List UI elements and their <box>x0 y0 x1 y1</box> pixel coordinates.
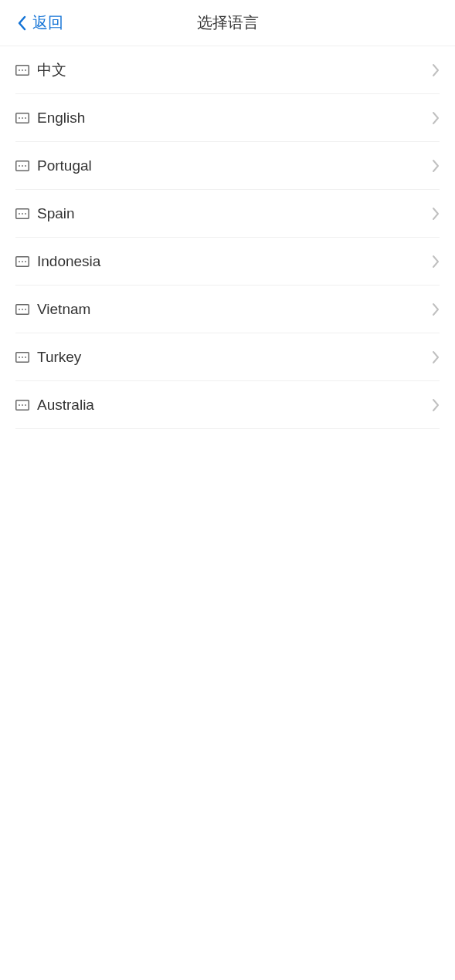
svg-point-6 <box>22 117 23 119</box>
list-item-label: Indonesia <box>37 253 432 270</box>
svg-point-10 <box>22 165 23 167</box>
header: 返回 选择语言 <box>0 0 455 46</box>
language-icon <box>15 161 29 171</box>
list-item-indonesia[interactable]: Indonesia <box>15 238 440 286</box>
svg-point-26 <box>22 357 23 358</box>
chevron-right-icon <box>432 302 440 316</box>
chevron-right-icon <box>432 207 440 221</box>
list-item-vietnam[interactable]: Vietnam <box>15 286 440 333</box>
language-icon <box>15 256 29 267</box>
svg-point-11 <box>25 165 26 167</box>
svg-point-21 <box>19 309 20 310</box>
svg-point-22 <box>22 309 23 310</box>
language-icon <box>15 113 29 123</box>
language-icon <box>15 352 29 363</box>
chevron-left-icon <box>17 15 26 31</box>
list-item-label: Vietnam <box>37 301 432 318</box>
svg-point-29 <box>19 404 20 406</box>
list-item-turkey[interactable]: Turkey <box>15 333 440 381</box>
language-icon <box>15 65 29 76</box>
svg-point-14 <box>22 213 23 215</box>
svg-point-31 <box>25 404 26 406</box>
svg-point-17 <box>19 261 20 262</box>
svg-point-27 <box>25 357 26 358</box>
page-title: 选择语言 <box>0 12 455 33</box>
svg-point-5 <box>19 117 20 119</box>
list-item-label: English <box>37 110 432 127</box>
chevron-right-icon <box>432 159 440 173</box>
list-item-australia[interactable]: Australia <box>15 381 440 429</box>
chevron-right-icon <box>432 350 440 364</box>
svg-point-23 <box>25 309 26 310</box>
svg-point-2 <box>22 69 23 71</box>
svg-point-3 <box>25 69 26 71</box>
list-item-english[interactable]: English <box>15 94 440 142</box>
list-item-chinese[interactable]: 中文 <box>15 46 440 94</box>
chevron-right-icon <box>432 255 440 269</box>
list-item-label: Turkey <box>37 349 432 366</box>
list-item-label: Portugal <box>37 157 432 174</box>
list-item-label: Australia <box>37 397 432 414</box>
language-icon <box>15 400 29 411</box>
back-label: 返回 <box>32 12 63 33</box>
svg-point-19 <box>25 261 26 262</box>
svg-point-9 <box>19 165 20 167</box>
back-button[interactable]: 返回 <box>17 12 63 33</box>
svg-point-18 <box>22 261 23 262</box>
svg-point-15 <box>25 213 26 215</box>
svg-point-25 <box>19 357 20 358</box>
language-list: 中文 English <box>0 46 455 429</box>
chevron-right-icon <box>432 111 440 125</box>
language-icon <box>15 304 29 315</box>
list-item-label: 中文 <box>37 60 432 80</box>
list-item-spain[interactable]: Spain <box>15 190 440 238</box>
list-item-portugal[interactable]: Portugal <box>15 142 440 190</box>
svg-point-1 <box>19 69 20 71</box>
svg-point-13 <box>19 213 20 215</box>
language-icon <box>15 208 29 219</box>
svg-point-30 <box>22 404 23 406</box>
svg-point-7 <box>25 117 26 119</box>
chevron-right-icon <box>432 398 440 412</box>
list-item-label: Spain <box>37 205 432 222</box>
chevron-right-icon <box>432 63 440 77</box>
